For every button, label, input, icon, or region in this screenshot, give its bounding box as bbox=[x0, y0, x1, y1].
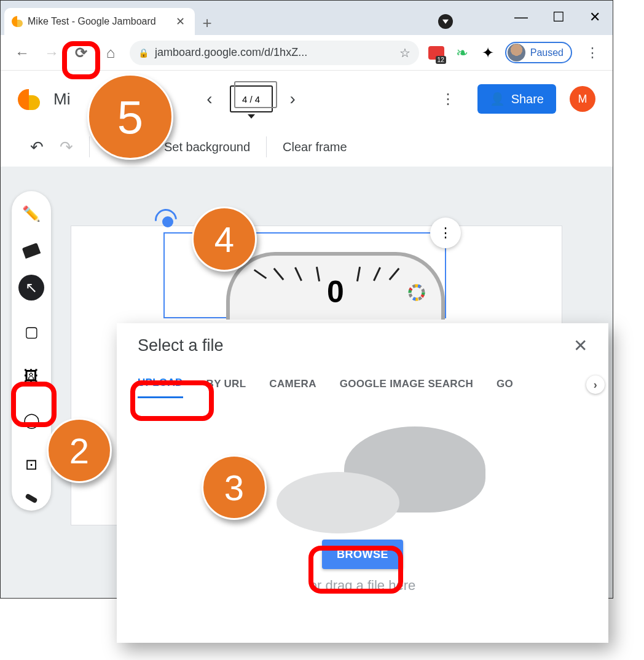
rotate-handle[interactable] bbox=[162, 216, 173, 227]
redo-button[interactable]: ↷ bbox=[60, 138, 73, 157]
svg-point-0 bbox=[410, 286, 423, 299]
bookmark-button[interactable]: ☆ bbox=[399, 45, 410, 60]
new-tab-button[interactable]: + bbox=[195, 14, 219, 35]
file-picker-dialog: Select a file ✕ UPLOAD BY URL CAMERA GOO… bbox=[117, 323, 608, 643]
dialog-close-button[interactable]: ✕ bbox=[573, 336, 587, 356]
tab-title: Mike Test - Google Jamboard bbox=[28, 16, 171, 27]
jamboard-logo-icon[interactable] bbox=[18, 88, 40, 110]
maximize-button[interactable]: ☐ bbox=[552, 9, 565, 25]
clear-frame-button[interactable]: Clear frame bbox=[283, 140, 347, 154]
callout-4: 4 bbox=[192, 206, 257, 272]
share-label: Share bbox=[511, 92, 544, 106]
svg-point-3 bbox=[410, 286, 423, 299]
forward-button[interactable]: → bbox=[41, 42, 62, 63]
evernote-extension-icon[interactable]: ❧ bbox=[454, 44, 471, 61]
callout-ring-browse bbox=[308, 546, 403, 594]
extensions-area: 12 ❧ ✦ Paused ⋮ bbox=[428, 42, 604, 63]
account-badge[interactable]: M bbox=[570, 86, 595, 112]
profile-chip[interactable]: Paused bbox=[505, 42, 572, 63]
undo-button[interactable]: ↶ bbox=[30, 138, 44, 157]
text-box-tool[interactable]: ⊡ bbox=[18, 452, 44, 477]
chrome-menu-button[interactable]: ⋮ bbox=[581, 45, 604, 61]
profile-avatar bbox=[508, 44, 525, 61]
back-button[interactable]: ← bbox=[12, 42, 33, 63]
jamboard-favicon bbox=[12, 16, 23, 27]
extension-1-icon[interactable]: 12 bbox=[428, 44, 445, 61]
app-more-menu[interactable]: ⋮ bbox=[432, 90, 464, 108]
callout-3: 3 bbox=[202, 455, 267, 520]
upload-illustration bbox=[252, 423, 473, 527]
home-button[interactable]: ⌂ bbox=[100, 42, 121, 63]
share-icon: 👤 bbox=[490, 92, 505, 106]
frame-navigator: ‹ 4 / 4 › bbox=[199, 85, 303, 112]
media-control-icon[interactable] bbox=[438, 14, 453, 29]
document-title[interactable]: Mi bbox=[53, 90, 70, 109]
tab-google-drive-cut[interactable]: GO bbox=[497, 378, 513, 398]
prev-frame-button[interactable]: ‹ bbox=[199, 89, 219, 109]
lock-icon: 🔒 bbox=[138, 48, 149, 58]
tab-close-button[interactable]: ✕ bbox=[176, 15, 185, 28]
dialog-title: Select a file bbox=[138, 336, 224, 355]
next-frame-button[interactable]: › bbox=[283, 89, 303, 109]
extensions-menu-icon[interactable]: ✦ bbox=[479, 44, 497, 61]
callout-ring-image-tool bbox=[11, 382, 57, 427]
browser-tab[interactable]: Mike Test - Google Jamboard ✕ bbox=[4, 8, 195, 35]
profile-state: Paused bbox=[530, 47, 564, 58]
tool-sidebar: ✏️ ↖ ▢ 🖼 ◯ ⊡ bbox=[12, 191, 51, 511]
url-text: jamboard.google.com/d/1hxZ... bbox=[155, 46, 393, 59]
element-menu-button[interactable]: ⋮ bbox=[430, 218, 461, 248]
select-tool[interactable]: ↖ bbox=[18, 275, 44, 301]
address-bar[interactable]: 🔒 jamboard.google.com/d/1hxZ... ☆ bbox=[130, 41, 419, 65]
callout-ring-reload bbox=[62, 41, 100, 79]
set-background-button[interactable]: Set background bbox=[164, 140, 250, 154]
tabs-scroll-right[interactable]: › bbox=[586, 375, 605, 394]
sticky-note-tool[interactable]: ▢ bbox=[18, 319, 44, 345]
callout-ring-upload-tab bbox=[130, 380, 214, 421]
extension-1-badge: 12 bbox=[436, 56, 446, 64]
callout-2: 2 bbox=[47, 418, 112, 483]
tab-camera[interactable]: CAMERA bbox=[269, 378, 316, 398]
tab-google-image-search[interactable]: GOOGLE IMAGE SEARCH bbox=[340, 378, 473, 398]
callout-5: 5 bbox=[87, 74, 173, 160]
laser-tool[interactable] bbox=[25, 493, 37, 504]
clock-image: 0 bbox=[226, 252, 445, 320]
eraser-tool[interactable] bbox=[22, 243, 41, 259]
share-button[interactable]: 👤 Share bbox=[477, 84, 556, 114]
minimize-button[interactable]: — bbox=[514, 9, 528, 25]
frame-indicator[interactable]: 4 / 4 bbox=[230, 85, 273, 112]
gear-icon bbox=[404, 280, 429, 305]
pen-tool[interactable]: ✏️ bbox=[18, 201, 44, 227]
close-window-button[interactable]: ✕ bbox=[589, 9, 600, 25]
window-controls: — ☐ ✕ bbox=[514, 9, 600, 25]
